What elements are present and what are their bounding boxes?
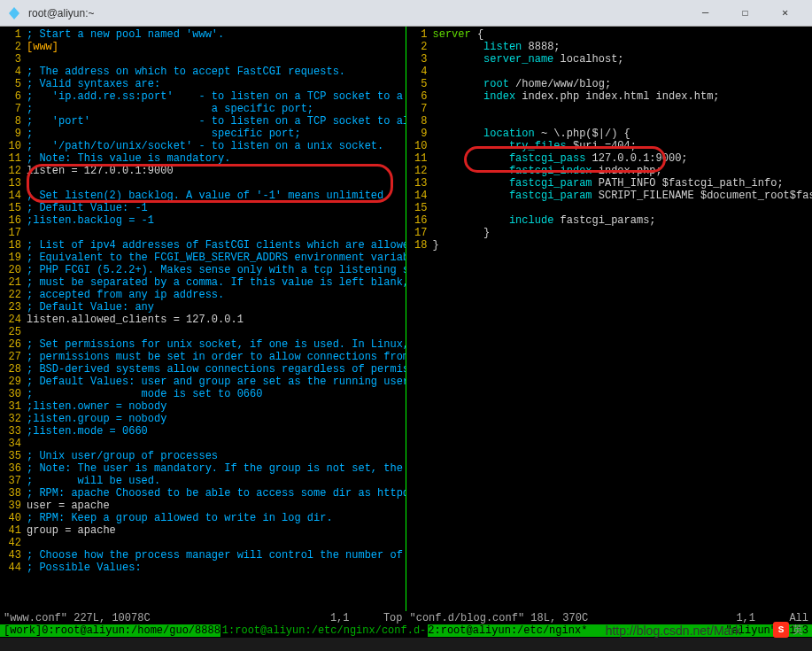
code-text: } bbox=[433, 227, 491, 239]
code-line[interactable]: 36; Note: The user is mandatory. If the … bbox=[0, 462, 406, 475]
code-line[interactable]: 31;listen.owner = nobody bbox=[0, 400, 406, 413]
code-line[interactable]: 1; Start a new pool named 'www'. bbox=[0, 28, 406, 41]
close-button[interactable]: ✕ bbox=[765, 0, 805, 27]
vim-statusbar: "www.conf" 227L, 10078C 1,1 Top "conf.d/… bbox=[0, 612, 812, 624]
code-line[interactable]: 13 bbox=[0, 177, 406, 190]
maximize-button[interactable]: ☐ bbox=[725, 0, 765, 27]
code-line[interactable]: 20; PHP FCGI (5.2.2+). Makes sense only … bbox=[0, 264, 406, 276]
tmux-window[interactable]: 0:root@aliyun:/home/guo/8888 bbox=[42, 624, 220, 637]
code-line[interactable]: 5; Valid syntaxes are: bbox=[0, 78, 406, 90]
code-line[interactable]: 12 fastcgi_index index.php; bbox=[406, 165, 813, 177]
minimize-button[interactable]: ─ bbox=[685, 0, 725, 27]
ime-badge[interactable]: S bbox=[773, 622, 789, 638]
code-line[interactable]: 40; RPM: Keep a group allowed to write i… bbox=[0, 512, 406, 524]
code-line[interactable]: 37; will be used. bbox=[0, 475, 406, 487]
code-line[interactable]: 11; Note: This value is mandatory. bbox=[0, 152, 406, 165]
code-line[interactable]: 10 try_files $uri =404; bbox=[406, 140, 813, 152]
code-line[interactable]: 12listen = 127.0.0.1:9000 bbox=[0, 165, 406, 177]
code-line[interactable]: 6 index index.php index.html index.htm; bbox=[406, 90, 813, 103]
code-text: server_name localhost; bbox=[433, 53, 624, 66]
code-text: ; Choose how the process manager will co… bbox=[27, 549, 406, 562]
code-text: ; a specific port; bbox=[27, 103, 313, 115]
code-line[interactable]: 29; Default Values: user and group are s… bbox=[0, 376, 406, 388]
line-number: 20 bbox=[0, 264, 21, 276]
line-number: 9 bbox=[0, 128, 21, 140]
code-text: ; Default Value: -1 bbox=[27, 202, 148, 214]
code-text: ; PHP FCGI (5.2.2+). Makes sense only wi… bbox=[27, 264, 406, 276]
code-text: listen = 127.0.0.1:9000 bbox=[27, 165, 174, 177]
code-line[interactable]: 14 fastcgi_param SCRIPT_FILENAME $docume… bbox=[406, 190, 813, 202]
code-line[interactable]: 35; Unix user/group of processes bbox=[0, 450, 406, 462]
code-line[interactable]: 34 bbox=[0, 438, 406, 450]
code-line[interactable]: 15 bbox=[406, 202, 813, 214]
code-line[interactable]: 2 listen 8888; bbox=[406, 41, 813, 53]
code-line[interactable]: 41group = apache bbox=[0, 524, 406, 537]
code-line[interactable]: 11 fastcgi_pass 127.0.0.1:9000; bbox=[406, 152, 813, 165]
code-text: try_files $uri =404; bbox=[433, 140, 637, 152]
code-line[interactable]: 21; must be separated by a comma. If thi… bbox=[0, 276, 406, 289]
code-text: ; Valid syntaxes are: bbox=[27, 78, 160, 90]
line-number: 44 bbox=[0, 562, 21, 574]
code-line[interactable]: 25 bbox=[0, 326, 406, 338]
titlebar: root@aliyun:~ ─ ☐ ✕ bbox=[0, 0, 812, 27]
code-line[interactable]: 43; Choose how the process manager will … bbox=[0, 549, 406, 562]
code-text: ; Note: The user is mandatory. If the gr… bbox=[27, 462, 406, 475]
code-text: ;listen.mode = 0660 bbox=[27, 425, 148, 438]
code-text: ; Start a new pool named 'www'. bbox=[27, 28, 224, 41]
tmux-window[interactable]: 1:root@aliyun:/etc/nginx/conf.d- bbox=[220, 624, 428, 637]
code-line[interactable]: 24listen.allowed_clients = 127.0.0.1 bbox=[0, 314, 406, 326]
line-number: 23 bbox=[0, 301, 21, 314]
line-number: 39 bbox=[0, 500, 21, 512]
code-line[interactable]: 16 include fastcgi_params; bbox=[406, 214, 813, 227]
code-line[interactable]: 3 bbox=[0, 53, 406, 66]
code-line[interactable]: 14; Set listen(2) backlog. A value of '-… bbox=[0, 190, 406, 202]
code-line[interactable]: 42 bbox=[0, 537, 406, 549]
code-line[interactable]: 3 server_name localhost; bbox=[406, 53, 813, 66]
code-line[interactable]: 23; Default Value: any bbox=[0, 301, 406, 314]
code-line[interactable]: 17 bbox=[0, 227, 406, 239]
line-number: 19 bbox=[0, 252, 21, 264]
code-line[interactable]: 7; a specific port; bbox=[0, 103, 406, 115]
code-line[interactable]: 13 fastcgi_param PATH_INFO $fastcgi_path… bbox=[406, 177, 813, 190]
code-line[interactable]: 32;listen.group = nobody bbox=[0, 413, 406, 425]
code-line[interactable]: 18} bbox=[406, 239, 813, 252]
code-line[interactable]: 28; BSD-derived systems allow connection… bbox=[0, 363, 406, 376]
code-text: } bbox=[433, 239, 439, 252]
code-line[interactable]: 5 root /home/www/blog; bbox=[406, 78, 813, 90]
right-pane[interactable]: 1server {2 listen 8888;3 server_name loc… bbox=[406, 27, 813, 611]
code-line[interactable]: 17 } bbox=[406, 227, 813, 239]
code-line[interactable]: 1server { bbox=[406, 28, 813, 41]
code-line[interactable]: 19; Equivalent to the FCGI_WEB_SERVER_AD… bbox=[0, 252, 406, 264]
code-line[interactable]: 4; The address on which to accept FastCG… bbox=[0, 66, 406, 78]
code-line[interactable]: 15; Default Value: -1 bbox=[0, 202, 406, 214]
line-number: 11 bbox=[0, 152, 21, 165]
code-line[interactable]: 4 bbox=[406, 66, 813, 78]
code-line[interactable]: 9 location ~ \.php($|/) { bbox=[406, 128, 813, 140]
code-line[interactable]: 9; specific port; bbox=[0, 128, 406, 140]
code-line[interactable]: 10; '/path/to/unix/socket' - to listen o… bbox=[0, 140, 406, 152]
code-line[interactable]: 38; RPM: apache Choosed to be able to ac… bbox=[0, 487, 406, 500]
tmux-window[interactable]: 2:root@aliyun:/etc/nginx* bbox=[428, 624, 587, 637]
code-line[interactable]: 44; Possible Values: bbox=[0, 562, 406, 574]
right-status-file: "conf.d/blog.conf" 18L, 370C bbox=[410, 612, 737, 624]
line-number: 14 bbox=[0, 190, 21, 202]
ime-indicator[interactable]: S 英 bbox=[773, 622, 803, 638]
code-line[interactable]: 30; mode is set to 0660 bbox=[0, 388, 406, 400]
terminal[interactable]: 1; Start a new pool named 'www'.2[www]34… bbox=[0, 27, 812, 638]
code-line[interactable]: 8 bbox=[406, 115, 813, 128]
code-line[interactable]: 6; 'ip.add.re.ss:port' - to listen on a … bbox=[0, 90, 406, 103]
code-line[interactable]: 33;listen.mode = 0660 bbox=[0, 425, 406, 438]
code-line[interactable]: 27; permissions must be set in order to … bbox=[0, 351, 406, 363]
code-line[interactable]: 16;listen.backlog = -1 bbox=[0, 214, 406, 227]
line-number: 14 bbox=[406, 190, 428, 202]
code-line[interactable]: 26; Set permissions for unix socket, if … bbox=[0, 338, 406, 351]
code-line[interactable]: 22; accepted from any ip address. bbox=[0, 289, 406, 301]
code-line[interactable]: 18; List of ipv4 addresses of FastCGI cl… bbox=[0, 239, 406, 252]
left-pane[interactable]: 1; Start a new pool named 'www'.2[www]34… bbox=[0, 27, 406, 611]
code-line[interactable]: 2[www] bbox=[0, 41, 406, 53]
code-line[interactable]: 7 bbox=[406, 103, 813, 115]
app-icon bbox=[7, 6, 21, 20]
code-text: ;listen.owner = nobody bbox=[27, 400, 166, 413]
code-line[interactable]: 8; 'port' - to listen on a TCP socket to… bbox=[0, 115, 406, 128]
code-line[interactable]: 39user = apache bbox=[0, 500, 406, 512]
